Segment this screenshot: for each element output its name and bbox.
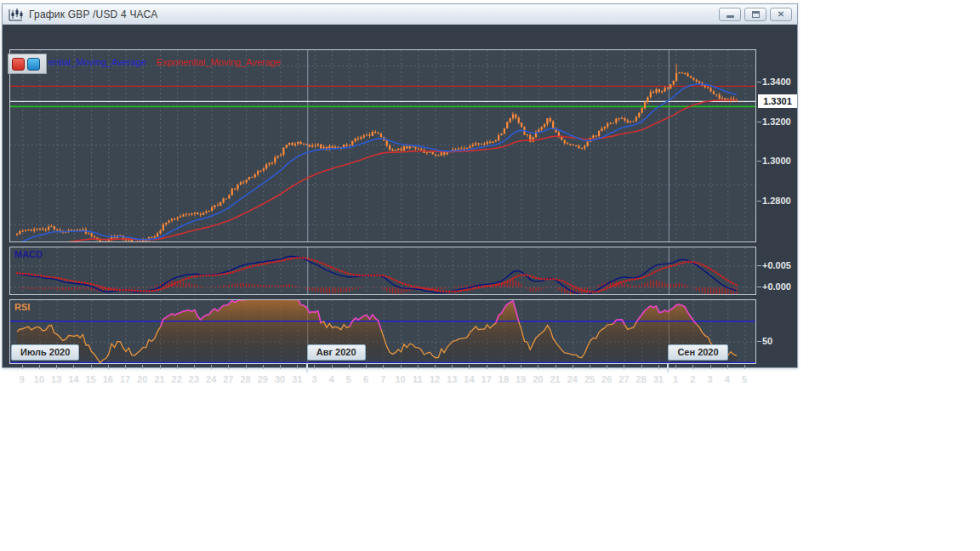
time-tick <box>125 365 126 369</box>
time-tick <box>727 365 728 369</box>
time-tick <box>39 365 40 369</box>
time-label: 21 <box>154 374 164 384</box>
time-tick <box>228 365 229 369</box>
time-label: 12 <box>430 374 440 384</box>
time-label: 24 <box>567 374 578 384</box>
month-button-july[interactable]: Июль 2020 <box>11 344 79 361</box>
time-tick <box>246 365 247 369</box>
titlebar: График GBP /USD 4 ЧАСА ✕ <box>3 4 797 25</box>
time-label: 17 <box>481 374 492 384</box>
time-tick <box>211 365 212 369</box>
time-label: 5 <box>742 374 747 384</box>
time-tick <box>590 365 590 369</box>
time-tick <box>177 365 178 369</box>
time-tick <box>22 365 23 369</box>
macd-tick-0005: +0.005 <box>762 260 798 270</box>
time-tick <box>658 365 659 369</box>
time-tick <box>297 365 298 369</box>
indicator-red-button[interactable] <box>12 58 25 71</box>
time-tick <box>418 365 419 369</box>
time-label: 3 <box>311 374 316 384</box>
time-label: 4 <box>329 374 334 384</box>
time-tick <box>160 365 161 369</box>
time-label: 20 <box>533 374 543 384</box>
time-label: 18 <box>499 374 509 384</box>
legend: ential_Moving_Average Exponential_Moving… <box>48 57 281 67</box>
month-separator-tick <box>667 364 669 372</box>
time-label: 31 <box>653 374 664 384</box>
window-title: График GBP /USD 4 ЧАСА <box>29 9 157 20</box>
minimize-button[interactable] <box>719 8 741 21</box>
time-label: 27 <box>618 374 629 384</box>
time-label: 10 <box>34 374 44 384</box>
time-tick <box>108 365 109 369</box>
minimize-icon <box>726 15 734 18</box>
price-tick-13200: 1.3200 <box>762 116 798 127</box>
restore-button[interactable] <box>744 8 766 21</box>
time-label: 10 <box>395 374 405 384</box>
time-tick <box>366 365 367 369</box>
time-tick <box>332 365 333 369</box>
month-button-september[interactable]: Сен 2020 <box>668 344 727 361</box>
time-label: 4 <box>725 374 730 384</box>
time-label: 25 <box>584 374 595 384</box>
time-tick <box>383 365 384 369</box>
time-label: 23 <box>189 374 199 384</box>
time-tick <box>573 365 573 369</box>
time-label: 14 <box>464 374 474 384</box>
time-label: 26 <box>601 374 612 384</box>
restore-icon <box>752 11 760 18</box>
time-tick <box>56 365 57 369</box>
time-label: 5 <box>346 374 351 384</box>
time-tick <box>142 365 143 369</box>
time-label: 16 <box>103 374 113 384</box>
time-label: 28 <box>636 374 647 384</box>
ema-slow-legend-label: Exponential_Moving_Average <box>157 57 281 67</box>
time-label: 13 <box>51 374 61 384</box>
current-price-marker: 1.3301 <box>758 94 797 108</box>
time-label: 13 <box>447 374 457 384</box>
window-controls: ✕ <box>719 8 792 21</box>
indicator-blue-button[interactable] <box>27 58 40 71</box>
macd-panel[interactable]: MACD <box>9 247 756 295</box>
time-label: 27 <box>223 374 233 384</box>
time-tick <box>91 365 92 369</box>
time-tick <box>744 365 745 369</box>
month-button-august[interactable]: Авг 2020 <box>307 344 366 361</box>
chart-content: ential_Moving_Average Exponential_Moving… <box>3 25 797 367</box>
price-tick-12800: 1.2800 <box>762 196 798 206</box>
time-label: 6 <box>363 374 368 384</box>
time-label: 20 <box>137 374 147 384</box>
time-tick <box>538 365 538 369</box>
ema-fast-legend-label: ential_Moving_Average <box>48 57 146 67</box>
time-label: 28 <box>240 374 250 384</box>
time-tick <box>280 365 281 369</box>
indicator-buttons-panel <box>8 54 47 74</box>
candlestick-chart-icon <box>9 8 24 21</box>
time-label: 24 <box>206 374 216 384</box>
time-label: 14 <box>68 374 78 384</box>
close-button[interactable]: ✕ <box>770 8 792 21</box>
rsi-tick-50: 50 <box>762 336 798 346</box>
time-tick <box>556 365 556 369</box>
time-tick <box>194 365 195 369</box>
time-tick <box>314 365 315 369</box>
time-tick <box>435 365 436 369</box>
time-label: 29 <box>258 374 268 384</box>
time-tick <box>73 365 74 369</box>
close-icon: ✕ <box>778 10 784 19</box>
time-tick <box>521 365 521 369</box>
price-tick-13400: 1.3400 <box>762 77 798 87</box>
time-tick <box>349 365 350 369</box>
time-label: 7 <box>380 374 385 384</box>
rsi-panel[interactable]: RSI <box>9 299 756 364</box>
macd-tick-0000: +0.000 <box>762 281 798 292</box>
month-separator-tick <box>306 364 308 372</box>
price-tick-13000: 1.3000 <box>762 156 798 166</box>
time-label: 30 <box>275 374 285 384</box>
time-tick <box>675 365 676 369</box>
time-tick <box>607 365 607 369</box>
main-price-chart[interactable] <box>9 49 756 242</box>
time-axis: 9101314151617202122232427282930313456710… <box>3 364 799 389</box>
time-tick <box>504 365 504 369</box>
